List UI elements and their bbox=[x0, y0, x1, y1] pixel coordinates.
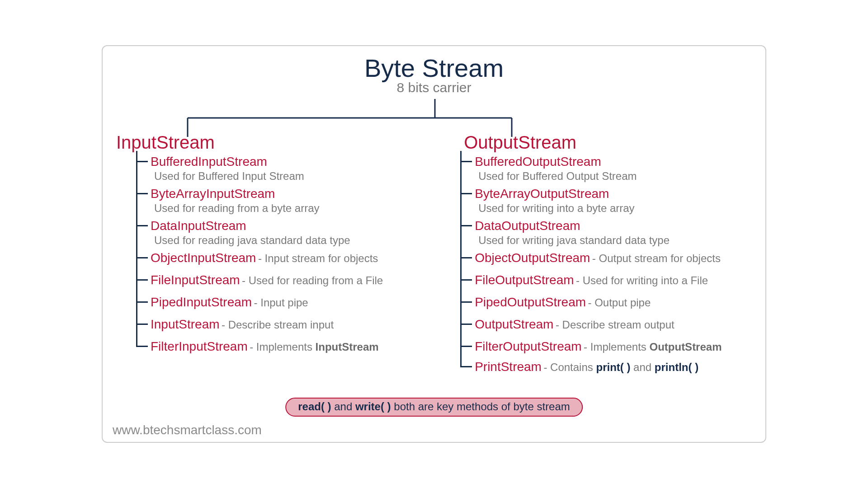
class-desc: - Describe stream output bbox=[556, 319, 675, 331]
item-bufferedoutputstream: BufferedOutputStream Used for Buffered O… bbox=[475, 154, 752, 183]
item-pipedoutputstream: PipedOutputStream - Output pipe bbox=[475, 294, 752, 310]
class-name: PipedOutputStream bbox=[475, 295, 586, 309]
connector bbox=[116, 97, 752, 138]
tree-inputstream: BufferedInputStream Used for Buffered In… bbox=[127, 154, 421, 354]
item-filteroutputstream: FilterOutputStream - Implements OutputSt… bbox=[475, 338, 752, 354]
column-inputstream: InputStream BufferedInputStream Used for… bbox=[116, 132, 421, 377]
item-printstream: PrintStream - Contains print( ) and prin… bbox=[475, 359, 752, 375]
item-objectoutputstream: ObjectOutputStream - Output stream for o… bbox=[475, 250, 752, 266]
class-desc: - Input pipe bbox=[254, 296, 308, 309]
class-desc: - Output pipe bbox=[588, 296, 651, 309]
class-name: FilterOutputStream bbox=[475, 339, 582, 353]
columns: InputStream BufferedInputStream Used for… bbox=[116, 132, 752, 377]
class-name: PrintStream bbox=[475, 360, 542, 374]
column-outputstream: OutputStream BufferedOutputStream Used f… bbox=[447, 132, 752, 377]
method-write: write( ) bbox=[355, 400, 391, 413]
class-name: FileOutputStream bbox=[475, 273, 574, 287]
item-inputstream: InputStream - Describe stream input bbox=[151, 316, 421, 332]
tree-outputstream: BufferedOutputStream Used for Buffered O… bbox=[451, 154, 752, 375]
diagram-subtitle: 8 bits carrier bbox=[116, 80, 752, 95]
class-desc: - Output stream for objects bbox=[592, 252, 721, 264]
item-bufferedinputstream: BufferedInputStream Used for Buffered In… bbox=[151, 154, 421, 183]
class-name: DataInputStream bbox=[151, 219, 246, 233]
item-bytearrayoutputstream: ByteArrayOutputStream Used for writing i… bbox=[475, 186, 752, 215]
class-name: PipedInputStream bbox=[151, 295, 252, 309]
class-name: BufferedOutputStream bbox=[475, 155, 601, 169]
footer-note: read( ) and write( ) both are key method… bbox=[285, 398, 583, 417]
class-name: ObjectOutputStream bbox=[475, 251, 590, 265]
method-read: read( ) bbox=[298, 400, 331, 413]
class-name: InputStream bbox=[151, 317, 220, 331]
class-desc: - Describe stream input bbox=[222, 319, 334, 331]
item-fileoutputstream: FileOutputStream - Used for writing into… bbox=[475, 272, 752, 288]
class-desc: Used for writing java standard data type bbox=[475, 234, 670, 246]
class-desc: - Contains print( ) and println( ) bbox=[543, 361, 698, 373]
item-dataoutputstream: DataOutputStream Used for writing java s… bbox=[475, 218, 752, 247]
class-desc: - Input stream for objects bbox=[258, 252, 378, 264]
class-name: FileInputStream bbox=[151, 273, 240, 287]
item-pipedinputstream: PipedInputStream - Input pipe bbox=[151, 294, 421, 310]
class-name: ObjectInputStream bbox=[151, 251, 256, 265]
class-desc: - Used for writing into a File bbox=[576, 274, 708, 286]
class-desc: Used for reading java standard data type bbox=[151, 234, 350, 246]
class-name: ByteArrayInputStream bbox=[151, 187, 275, 201]
item-outputstream: OutputStream - Describe stream output bbox=[475, 316, 752, 332]
class-name: FilterInputStream bbox=[151, 339, 248, 353]
class-desc: Used for Buffered Input Stream bbox=[151, 170, 304, 182]
class-desc: - Implements OutputStream bbox=[584, 341, 722, 353]
class-desc: - Used for reading from a File bbox=[242, 274, 383, 286]
class-desc: - Implements InputStream bbox=[250, 341, 378, 353]
item-datainputstream: DataInputStream Used for reading java st… bbox=[151, 218, 421, 247]
class-name: ByteArrayOutputStream bbox=[475, 187, 609, 201]
class-name: OutputStream bbox=[475, 317, 553, 331]
diagram-card: Byte Stream 8 bits carrier InputStream B… bbox=[102, 45, 766, 443]
diagram-title: Byte Stream bbox=[116, 53, 752, 83]
item-fileinputstream: FileInputStream - Used for reading from … bbox=[151, 272, 421, 288]
class-name: BufferedInputStream bbox=[151, 155, 267, 169]
class-desc: Used for reading from a byte array bbox=[151, 202, 320, 214]
site-url: www.btechsmartclass.com bbox=[113, 423, 262, 437]
item-bytearrayinputstream: ByteArrayInputStream Used for reading fr… bbox=[151, 186, 421, 215]
class-desc: Used for writing into a byte array bbox=[475, 202, 634, 214]
class-name: DataOutputStream bbox=[475, 219, 580, 233]
item-filterinputstream: FilterInputStream - Implements InputStre… bbox=[151, 338, 421, 354]
class-desc: Used for Buffered Output Stream bbox=[475, 170, 637, 182]
item-objectinputstream: ObjectInputStream - Input stream for obj… bbox=[151, 250, 421, 266]
